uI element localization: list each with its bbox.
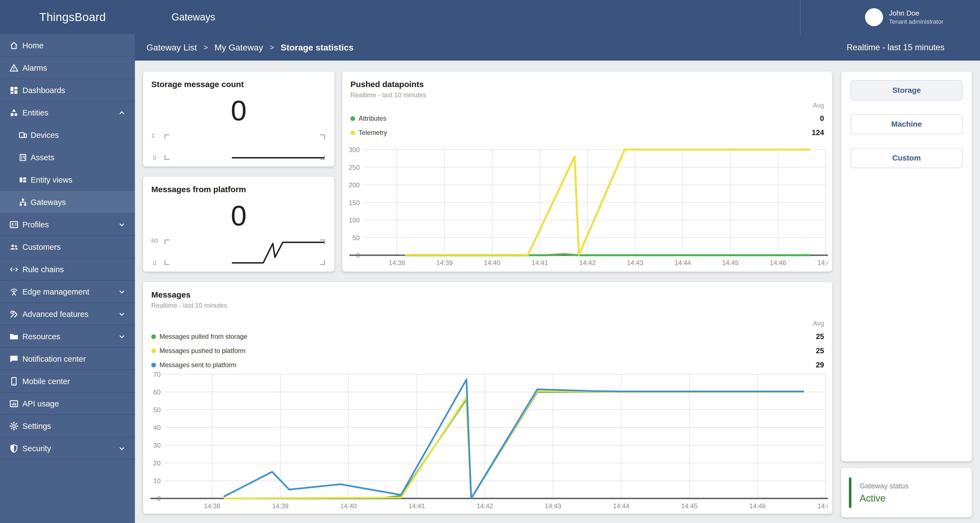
dashboard-fullscreen-button[interactable] [956, 42, 967, 53]
sidebar-item-label: Home [22, 41, 43, 50]
sidebar-item-home[interactable]: Home [0, 34, 135, 57]
legend-avg-value: 25 [816, 347, 824, 355]
settings-icon [9, 421, 19, 431]
legend-dot [151, 334, 156, 339]
machine-panel-button[interactable]: Machine [851, 114, 963, 134]
svg-text:14:43: 14:43 [545, 502, 561, 510]
svg-text:14:40: 14:40 [340, 502, 357, 510]
sidebar-item-assets[interactable]: Assets [0, 146, 135, 169]
sidebar-item-notification-center[interactable]: Notification center [0, 348, 135, 370]
chevron-down-icon [118, 444, 126, 453]
legend-item[interactable]: Messages sent to platform29 [151, 358, 824, 372]
svg-text:150: 150 [349, 199, 360, 206]
sidebar-item-profiles[interactable]: Profiles [0, 214, 135, 236]
more-menu-button[interactable] [956, 11, 969, 23]
chevron-down-icon [118, 220, 126, 229]
sidebar-item-entities[interactable]: Entities [0, 101, 135, 124]
user-name: John Doe [889, 9, 943, 18]
gateway-status-value: Active [859, 493, 908, 504]
chart-plot: 14:3814:3914:4014:4114:4214:4314:4414:45… [149, 372, 828, 511]
sidebar-item-dashboards[interactable]: Dashboards [0, 79, 135, 101]
avatar-person-icon [868, 11, 880, 24]
sidebar-item-label: Devices [30, 131, 59, 140]
storage-message-count-value: 0 [143, 94, 334, 127]
legend-item[interactable]: Attributes0 [350, 111, 824, 125]
sidebar-item-label: Entity views [30, 176, 72, 184]
svg-text:10: 10 [153, 477, 161, 485]
sidebar-item-resources[interactable]: Resources [0, 325, 135, 348]
storage-message-count-widget: Storage message count 0 1 0 [143, 71, 334, 166]
resources-icon [9, 331, 19, 342]
sidebar-item-entity-views[interactable]: Entity views [0, 169, 135, 191]
timewindow-control[interactable]: Realtime - last 15 minutes [830, 42, 945, 53]
api-icon [9, 399, 19, 409]
breadcrumb-bar: Gateway List > My Gateway > Storage stat… [135, 34, 980, 60]
avatar[interactable] [865, 8, 883, 26]
svg-text:14:42: 14:42 [579, 259, 596, 266]
notifications-button[interactable] [839, 11, 851, 23]
svg-text:14:40: 14:40 [484, 259, 500, 266]
top-actions: John Doe Tenant administrator [800, 0, 980, 34]
messages-from-platform-value: 0 [143, 200, 334, 232]
legend-dot [151, 349, 156, 353]
sidebar-item-settings[interactable]: Settings [0, 415, 135, 437]
svg-text:100: 100 [349, 217, 360, 224]
svg-text:14:46: 14:46 [749, 502, 765, 510]
sidebar: HomeAlarmsDashboardsEntitiesDevicesAsset… [0, 34, 135, 523]
sidebar-item-gateways[interactable]: Gateways [0, 191, 135, 214]
custom-panel-button[interactable]: Custom [851, 148, 963, 168]
mobile-icon [9, 376, 19, 387]
chevron-down-icon [118, 332, 126, 341]
svg-text:14:44: 14:44 [613, 502, 629, 510]
timewindow-label: Realtime - last 15 minutes [847, 43, 945, 52]
sidebar-item-mobile-center[interactable]: Mobile center [0, 370, 135, 393]
sidebar-item-customers[interactable]: Customers [0, 236, 135, 258]
fullscreen-button[interactable] [814, 11, 826, 23]
app-logo[interactable]: ThingsBoard [0, 8, 135, 27]
svg-text:14:39: 14:39 [436, 259, 453, 266]
sidebar-item-api-usage[interactable]: API usage [0, 393, 135, 415]
spark-max-label: 1 [151, 132, 154, 139]
thingsboard-logo-icon [15, 8, 34, 27]
sidebar-item-rule-chains[interactable]: Rule chains [0, 258, 135, 281]
widget-title: Storage message count [143, 71, 334, 89]
sidebar-item-label: Edge management [22, 287, 89, 296]
legend-item[interactable]: Telemetry124 [350, 125, 824, 140]
sidebar-item-security[interactable]: Security [0, 437, 135, 460]
breadcrumb-separator: > [204, 43, 208, 52]
spark-plot [164, 134, 325, 160]
legend-avg-header: Avg [151, 317, 824, 330]
sidebar-item-edge-management[interactable]: Edge management [0, 281, 135, 303]
breadcrumb-my-gateway[interactable]: My Gateway [215, 43, 263, 53]
svg-text:14:43: 14:43 [627, 259, 643, 266]
breadcrumb-gateway-list[interactable]: Gateway List [146, 43, 197, 53]
svg-text:14:39: 14:39 [272, 502, 288, 510]
sidebar-item-label: Gateways [30, 198, 66, 207]
sidebar-item-devices[interactable]: Devices [0, 124, 135, 146]
advanced-icon [9, 309, 19, 319]
status-accent-bar [849, 477, 851, 508]
spark-max-label: 60 [151, 237, 158, 244]
sidebar-item-advanced-features[interactable]: Advanced features [0, 303, 135, 325]
sidebar-item-alarms[interactable]: Alarms [0, 57, 135, 79]
sparkline: 1 0 [151, 134, 325, 160]
storage-panel-button[interactable]: Storage [851, 80, 963, 100]
legend-dot [350, 130, 355, 135]
legend-item[interactable]: Messages pushed to platform25 [151, 344, 824, 358]
sidebar-item-label: Settings [22, 422, 51, 431]
fullscreen-icon [814, 11, 826, 23]
user-role: Tenant administrator [889, 18, 943, 26]
svg-text:50: 50 [153, 406, 161, 414]
svg-text:14:41: 14:41 [531, 259, 548, 266]
dashboard-content: Storage message count 0 1 0 Messages fro… [135, 60, 980, 523]
clock-icon [830, 42, 842, 53]
svg-text:40: 40 [153, 424, 161, 431]
legend-item[interactable]: Messages pulled from storage25 [151, 330, 824, 344]
home-icon [9, 40, 19, 51]
chart-legend: AvgMessages pulled from storage25Message… [151, 317, 824, 372]
widget-group-panel: StorageMachineCustom [841, 71, 972, 461]
widget-title: Messages from platform [143, 177, 334, 194]
chart-legend: AvgAttributes0Telemetry124 [350, 99, 824, 140]
gateway-status-label: Gateway status [859, 482, 908, 490]
sidebar-item-label: Dashboards [22, 86, 65, 95]
